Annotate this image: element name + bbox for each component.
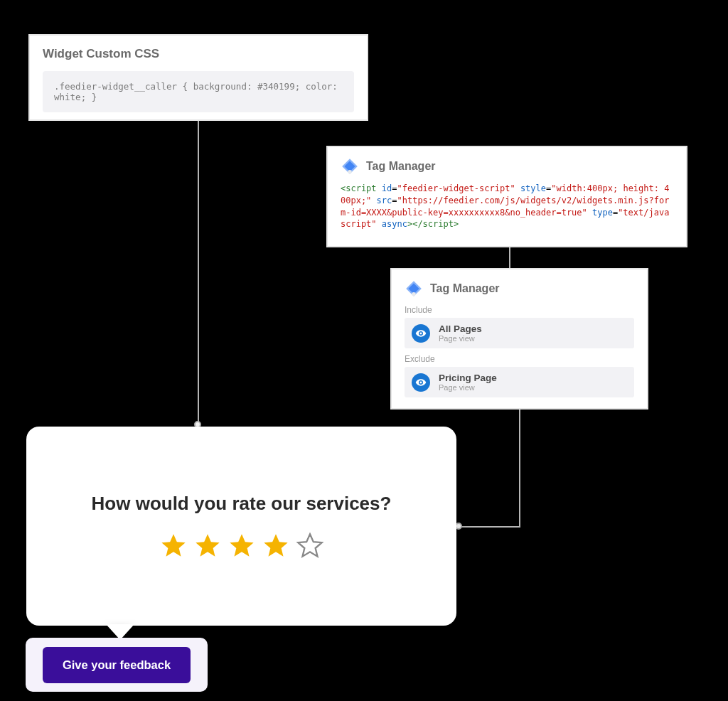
star-filled-icon[interactable] <box>159 532 188 560</box>
feedback-button-container: Give your feedback <box>26 638 208 692</box>
star-filled-icon[interactable] <box>262 532 290 560</box>
star-empty-icon[interactable] <box>296 532 324 560</box>
give-feedback-button[interactable]: Give your feedback <box>43 647 191 683</box>
pageview-icon <box>412 373 430 392</box>
tag-manager-icon <box>405 279 423 298</box>
trigger-title: All Pages <box>439 323 482 334</box>
script-code-snippet: <script id="feedier-widget-script" style… <box>341 183 673 230</box>
trigger-subtitle: Page view <box>439 383 497 392</box>
svg-point-2 <box>348 170 351 173</box>
survey-stars[interactable] <box>159 532 324 560</box>
survey-question: How would you rate our services? <box>92 493 392 515</box>
tag-manager-triggers-panel: Tag Manager Include All Pages Page view … <box>390 268 648 410</box>
connector-line <box>461 526 520 528</box>
include-label: Include <box>405 305 634 315</box>
connector-line <box>519 410 520 528</box>
trigger-subtitle: Page view <box>439 334 482 343</box>
panel-title: Tag Manager <box>430 282 500 295</box>
widget-custom-css-panel: Widget Custom CSS .feedier-widget__calle… <box>28 34 368 121</box>
trigger-text: Pricing Page Page view <box>439 373 497 392</box>
trigger-text: All Pages Page view <box>439 323 482 343</box>
tag-manager-script-panel: Tag Manager <script id="feedier-widget-s… <box>326 146 687 247</box>
survey-card: How would you rate our services? <box>26 427 456 626</box>
svg-point-6 <box>420 332 422 334</box>
trigger-title: Pricing Page <box>439 373 497 383</box>
svg-point-7 <box>420 381 422 383</box>
tag-manager-icon <box>341 157 359 176</box>
panel-title: Widget Custom CSS <box>43 47 354 61</box>
svg-point-5 <box>412 292 415 296</box>
css-code-snippet: .feedier-widget__caller { background: #3… <box>43 71 354 112</box>
star-filled-icon[interactable] <box>228 532 256 560</box>
trigger-row-exclude[interactable]: Pricing Page Page view <box>405 367 634 397</box>
survey-widget: How would you rate our services? <box>26 427 456 626</box>
connector-line <box>198 121 199 427</box>
panel-title: Tag Manager <box>366 160 436 173</box>
connector-line <box>509 247 510 268</box>
pageview-icon <box>412 324 430 343</box>
panel-header: Tag Manager <box>341 157 673 176</box>
panel-header: Tag Manager <box>405 279 634 298</box>
trigger-row-include[interactable]: All Pages Page view <box>405 318 634 348</box>
exclude-label: Exclude <box>405 354 634 364</box>
star-filled-icon[interactable] <box>193 532 222 560</box>
